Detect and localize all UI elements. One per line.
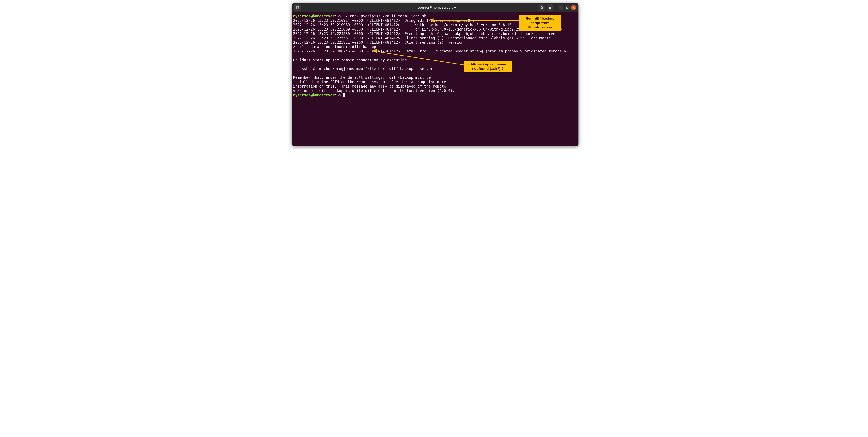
output-line: 2022-12-26 13:23:59.225821 +0000 <CLIENT…	[293, 40, 463, 44]
output-line: 2022-12-26 13:23:59.224530 +0000 <CLIENT…	[293, 31, 557, 36]
window-title: myserver@homeserver: ~	[414, 6, 456, 9]
output-line: installed in the PATH on the remote syst…	[293, 80, 446, 84]
output-line: 2022-12-26 13:23:59.486246 +0000 <CLIENT…	[293, 49, 568, 53]
callout-line: script from	[522, 21, 558, 25]
prompt-sep: @	[311, 93, 313, 97]
search-button[interactable]	[539, 4, 545, 11]
close-icon	[572, 6, 575, 9]
new-tab-button[interactable]	[294, 4, 301, 11]
callout-line: Run rdiff-backup	[522, 16, 558, 21]
command-line: ~/.BackupScripts/./rdiff-macm1-john.sh	[343, 14, 426, 18]
output-line: ssh -C macbookpro@johns-mbp.fritz.box rd…	[293, 67, 433, 71]
prompt-path: ~	[337, 14, 339, 18]
callout-line: Ubuntu server	[522, 25, 558, 30]
titlebar: myserver@homeserver: ~	[292, 3, 578, 12]
prompt-path: ~	[337, 93, 339, 97]
output-line: 2022-12-26 13:23:59.210914 +0000 <CLIENT…	[293, 18, 474, 23]
cursor	[343, 93, 345, 97]
output-line: zsh:1: command not found: rdiff-backup	[293, 45, 376, 49]
prompt-host: homeserver	[313, 93, 335, 97]
output-line: version of rdiff-backup is quite differe…	[293, 89, 455, 93]
prompt-user: myserver	[293, 93, 311, 97]
callout-run-script: Run rdiff-backup script from Ubuntu serv…	[519, 15, 561, 31]
output-line: Remember that, under the default setting…	[293, 75, 431, 79]
output-line: information on this. This message may al…	[293, 84, 446, 88]
prompt-host: homeserver	[313, 14, 335, 18]
output-line: 2022-12-26 13:23:59.225561 +0000 <CLIENT…	[293, 36, 551, 40]
svg-rect-3	[566, 7, 568, 8]
minimize-icon	[559, 6, 562, 9]
callout-not-found: rdiff-backup command not found (zsh?) ?	[464, 61, 512, 72]
prompt-user: myserver	[293, 14, 311, 18]
output-line: 2022-12-26 13:23:59.210989 +0000 <CLIENT…	[293, 23, 512, 27]
close-button[interactable]	[571, 5, 576, 10]
maximize-icon	[566, 6, 568, 9]
hamburger-icon	[548, 6, 552, 9]
output-line: Couldn't start up the remote connection …	[293, 58, 407, 62]
search-icon	[540, 6, 544, 9]
callout-line: not found (zsh?) ?	[467, 67, 509, 71]
callout-line: rdiff-backup command	[467, 62, 509, 67]
menu-button[interactable]	[547, 4, 553, 11]
prompt-sep: @	[311, 14, 313, 18]
minimize-button[interactable]	[558, 5, 563, 10]
new-tab-icon	[296, 6, 299, 9]
maximize-button[interactable]	[565, 5, 569, 10]
svg-line-1	[542, 8, 543, 9]
